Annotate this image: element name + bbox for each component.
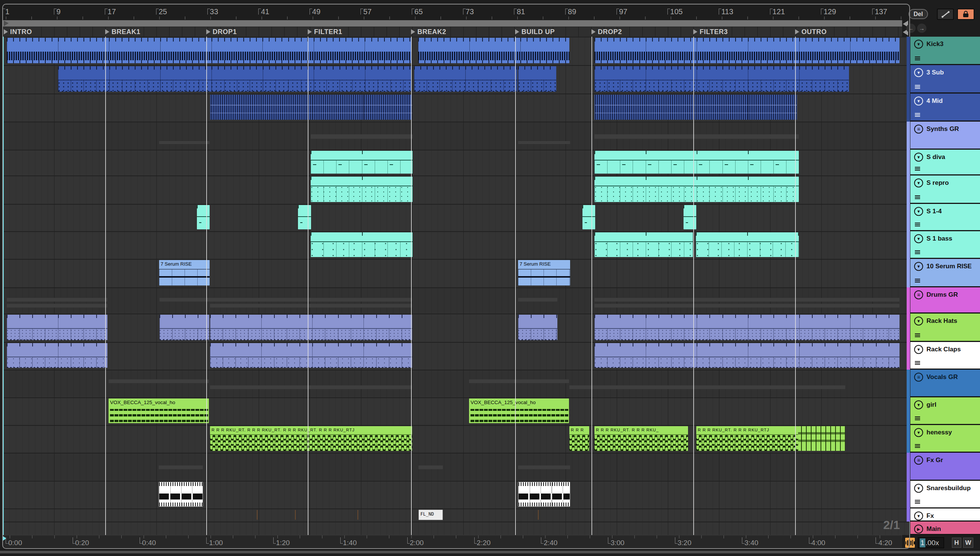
play-icon[interactable]: ▶ [914,525,923,533]
clip-rack-hats[interactable] [594,315,899,340]
clip-henessy[interactable]: R R R RKU_RT. R R R RKU_RT. R R R RKU_RT… [210,426,412,451]
clip-snaresbuildup[interactable] [159,482,203,507]
fold-arrow-icon[interactable]: ▼ [914,345,923,354]
clip-s-repro[interactable] [311,176,412,202]
clip-vocals-gr[interactable] [569,385,845,389]
track-menu-icon[interactable] [915,167,920,171]
fold-arrow-icon[interactable]: ▼ [914,428,923,437]
track-menu-icon[interactable] [915,417,920,420]
clip-drums-gr[interactable] [210,304,412,307]
track-header-3-sub[interactable]: ▼3 Sub [910,65,980,94]
clip-kick3[interactable] [7,38,411,63]
clip-henessy[interactable]: R R R RKU_RT. R R R RKU_ [594,426,688,451]
track-menu-icon[interactable] [915,195,920,199]
arrangement-grid[interactable]: 2/1 7 Serum RISE7 Serum RISEVOX_BECCA_12… [3,37,909,535]
clip-drums-gr[interactable] [7,298,107,302]
clip-vocals-gr[interactable] [469,380,569,383]
clip-henessy[interactable] [798,426,845,451]
clip-s-1-4[interactable] [582,205,595,230]
group-fold-icon[interactable]: ≡ [914,290,923,299]
fold-arrow-icon[interactable]: ▼ [914,484,923,493]
clip-snaresbuildup[interactable] [518,482,570,507]
clip-s-1-4[interactable] [298,205,311,230]
lane-main[interactable] [3,522,909,535]
bar-number-ruler[interactable]: 191725334149576573818997105113121129137 [3,5,902,19]
group-fold-icon[interactable]: ≡ [914,124,923,134]
clip-rack-claps[interactable] [7,343,107,368]
track-menu-icon[interactable] [915,333,920,337]
track-menu-icon[interactable] [915,444,920,448]
fold-arrow-icon[interactable]: ▼ [914,400,923,409]
clip-drums-gr[interactable] [518,298,557,302]
fold-arrow-icon[interactable]: ▼ [914,178,923,187]
lane-fx[interactable] [3,509,909,521]
lane-s-1-4[interactable] [3,204,909,231]
clip-3-sub[interactable] [518,66,556,92]
track-header-henessy[interactable]: ▼henessy [910,425,980,453]
fold-arrow-icon[interactable]: ▼ [914,234,923,243]
locator-intro[interactable]: INTRO [4,27,32,37]
track-header-rack-hats[interactable]: ▼Rack Hats [910,314,980,342]
clip-fx-gr[interactable] [419,465,443,469]
clip-drums-gr[interactable] [160,298,412,302]
clip-girl[interactable]: VOX_BECCA_125_vocal_ho [108,398,209,423]
clip-synths-gr[interactable] [159,141,210,144]
clip-vocals-gr[interactable] [210,385,412,389]
fold-arrow-icon[interactable]: ▼ [914,511,923,520]
scrub-area[interactable] [3,20,902,27]
track-menu-icon[interactable] [915,279,920,283]
lane-snaresbuildup[interactable] [3,481,909,508]
track-header-10-serum-rise[interactable]: ▼10 Serum RISE [910,259,980,287]
clip-s-1-bass[interactable] [311,232,412,257]
clip-synths-gr[interactable] [311,134,412,139]
group-fold-icon[interactable]: ≡ [914,373,923,381]
clip-fx-gr[interactable] [518,465,570,469]
track-header-drums-gr[interactable]: ≡Drums GR [910,287,980,314]
zoom-level-display[interactable]: 1.00x [918,537,944,548]
track-header-fx-gr[interactable]: ≡Fx Gr [910,453,980,481]
waveform-icon[interactable] [905,537,915,548]
clip-3-sub[interactable] [58,66,411,92]
track-header-main[interactable]: ▶Main [910,522,980,535]
track-menu-icon[interactable] [915,57,920,60]
track-header-s-1-bass[interactable]: ▼S 1 bass [910,231,980,259]
track-height-button[interactable]: H [952,538,961,548]
track-header-vocals-gr[interactable]: ≡Vocals GR [910,370,980,398]
clip-girl[interactable]: VOX_BECCA_125_vocal_ho [469,398,569,423]
clip-4-mid[interactable] [210,95,412,120]
fold-arrow-icon[interactable]: ▼ [914,153,923,162]
track-header-fx[interactable]: ▼Fx [910,509,980,522]
time-ruler[interactable]: 0:000:200:401:001:201:402:002:202:403:00… [3,535,902,548]
track-width-button[interactable]: W [963,538,973,548]
clip-10-serum-rise[interactable]: 7 Serum RISE [159,260,210,286]
locator-build-up[interactable]: BUILD UP [515,27,555,37]
fold-arrow-icon[interactable]: ▼ [914,207,923,216]
clip-kick3[interactable] [594,38,899,63]
arrow-left-icon[interactable]: ← [906,24,915,33]
clip-rack-claps[interactable] [594,343,899,368]
locator-filter3[interactable]: FILTER3 [693,27,728,37]
locator-filter1[interactable]: FILTER1 [308,27,342,37]
fold-arrow-icon[interactable]: ▼ [914,68,923,77]
clip-4-mid[interactable] [594,95,797,120]
track-menu-icon[interactable] [915,500,920,504]
clip-s-repro[interactable] [594,176,799,202]
clip-s-diva[interactable] [594,151,799,174]
clip-fx[interactable]: FL_ND [419,510,443,520]
clip-s-1-4[interactable] [197,205,210,230]
clip-rack-hats[interactable] [518,315,557,340]
clip-henessy[interactable]: R R R RKU_RT. R R R RKU_RTJ [696,426,798,451]
fold-arrow-icon[interactable]: ▼ [914,262,923,271]
track-menu-icon[interactable] [915,250,920,254]
clip-henessy[interactable]: R R R [569,426,589,451]
clip-vocals-gr[interactable] [108,380,209,383]
clip-rack-hats[interactable] [160,315,209,340]
clip-drums-gr[interactable] [594,304,899,307]
lane-fx-gr[interactable] [3,453,909,480]
clip-3-sub[interactable] [414,66,517,92]
locator-break1[interactable]: BREAK1 [105,27,141,37]
fold-arrow-icon[interactable]: ▼ [914,97,923,105]
track-header-4-mid[interactable]: ▼4 Mid [910,94,980,121]
locator-break2[interactable]: BREAK2 [411,27,446,37]
track-header-girl[interactable]: ▼girl [910,398,980,425]
